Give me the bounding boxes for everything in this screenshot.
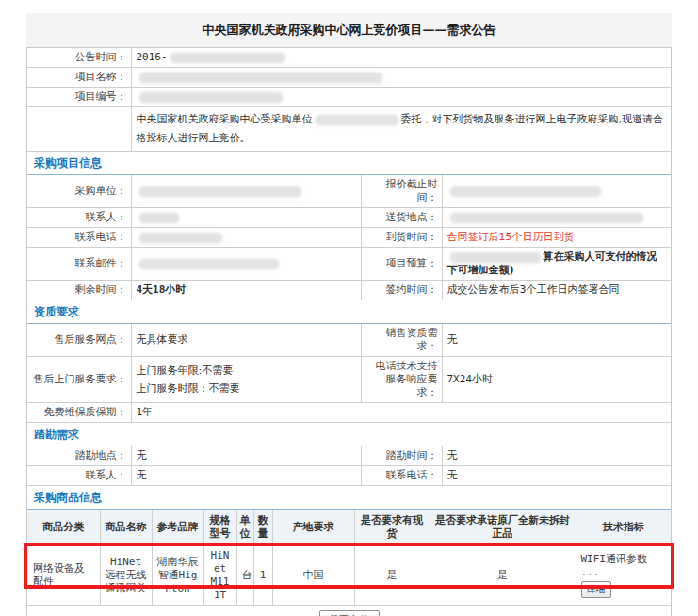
page-title: 中央国家机关政府采购中心网上竞价项目——需求公告 xyxy=(26,13,672,47)
col-brand-new: 是否要求承诺原厂全新未拆封正品 xyxy=(430,510,576,545)
section-title-survey: 踏勘需求 xyxy=(27,422,671,446)
project-name-label: 项目名称： xyxy=(27,68,131,88)
remaining-time-label: 剩余时间： xyxy=(27,281,131,300)
redacted-text xyxy=(139,92,283,103)
table-row: 联系人： 送货地点： xyxy=(27,208,671,228)
empty-label xyxy=(27,107,131,152)
redacted-text xyxy=(450,186,601,197)
table-row: 踏勘地点： 无 踏勘时间： 无 xyxy=(27,446,671,466)
demand-announcement-page: 中央国家机关政府采购中心网上竞价项目——需求公告 公告时间： 2016- 项目名… xyxy=(0,13,698,616)
sign-time-label: 签约时间： xyxy=(361,281,442,300)
product-quantity: 1 xyxy=(253,545,272,605)
sales-qualification-label: 销售资质需求： xyxy=(361,324,442,357)
survey-phone-value: 无 xyxy=(442,466,671,486)
col-tech-spec: 技术指标 xyxy=(576,510,671,545)
section-title-qualification: 资质要求 xyxy=(27,300,671,324)
product-row: 网络设备及配件 HiNet远程无线通讯网关 湖南华辰智通Hignton HiNe… xyxy=(27,545,671,605)
col-model: 规格型号 xyxy=(203,510,236,545)
phone-support-label: 电话技术支持服务响应要求： xyxy=(361,357,442,403)
product-model: HiNet M111T xyxy=(203,545,236,605)
section-title-project-info: 采购项目信息 xyxy=(27,151,671,175)
bid-button[interactable]: 我要竞价 xyxy=(319,610,380,616)
service-outlet-label: 售后服务网点： xyxy=(27,324,131,357)
table-row: 免费维保质保期： 1年 xyxy=(27,403,671,423)
email-label: 联系邮件： xyxy=(27,248,131,281)
section-title-products: 采购商品信息 xyxy=(27,485,671,510)
announcement-table: 公告时间： 2016- 项目名称： 项目编号： 中央国家机关政府采购中心受采购单… xyxy=(27,48,671,151)
redacted-text xyxy=(450,252,541,263)
warranty-label: 免费维保质保期： xyxy=(27,403,131,423)
budget-label: 项目预算： xyxy=(361,248,442,281)
product-category: 网络设备及配件 xyxy=(27,545,100,605)
product-brand: 湖南华辰智通Hignton xyxy=(152,545,203,605)
redacted-text xyxy=(139,233,222,243)
col-quantity: 数量 xyxy=(253,510,272,545)
phone-support-value: 7X24小时 xyxy=(442,357,671,403)
col-origin: 产地要求 xyxy=(272,510,354,545)
bid-button-row: 我要竞价 xyxy=(27,605,671,616)
table-row: 售后服务网点： 无具体要求 销售资质需求： 无 xyxy=(27,324,671,357)
col-category: 商品分类 xyxy=(27,510,100,545)
table-row: 售后上门服务要求： 上门服务年限:不需要上门服务时限：不需要 电话技术支持服务响… xyxy=(27,357,671,403)
col-brand: 参考品牌 xyxy=(152,510,203,545)
onsite-service-value: 上门服务年限:不需要上门服务时限：不需要 xyxy=(131,357,361,403)
product-table-wrap: 商品分类 商品名称 参考品牌 规格型号 单位 数量 产地要求 是否要求有现货 是… xyxy=(27,510,671,605)
budget-value: 算在采购人可支付的情况下可增加金额) xyxy=(442,248,671,281)
product-in-stock: 是 xyxy=(354,545,430,605)
col-in-stock: 是否要求有现货 xyxy=(354,510,430,545)
survey-place-label: 踏勘地点： xyxy=(27,446,131,466)
col-name: 商品名称 xyxy=(100,510,152,545)
entrust-paragraph: 中央国家机关政府采购中心受采购单位委托，对下列货物及服务进行网上电子政府采购,现… xyxy=(131,107,671,152)
redacted-text xyxy=(139,186,301,197)
redacted-text xyxy=(450,213,643,223)
phone-label: 联系电话： xyxy=(27,228,131,248)
deadline-label: 报价截止时间： xyxy=(361,175,442,208)
redacted-text xyxy=(170,53,285,63)
qualification-table: 售后服务网点： 无具体要求 销售资质需求： 无 售后上门服务要求： 上门服务年限… xyxy=(27,324,671,422)
content-frame: 公告时间： 2016- 项目名称： 项目编号： 中央国家机关政府采购中心受采购单… xyxy=(26,47,672,616)
survey-place-value: 无 xyxy=(131,446,361,466)
sales-qualification-value: 无 xyxy=(442,324,671,357)
survey-table: 踏勘地点： 无 踏勘时间： 无 联系人： 无 联系电话： 无 xyxy=(27,446,671,485)
detail-button[interactable]: 详细 xyxy=(581,581,611,598)
product-table: 商品分类 商品名称 参考品牌 规格型号 单位 数量 产地要求 是否要求有现货 是… xyxy=(27,510,671,605)
redacted-text xyxy=(316,115,398,125)
product-name: HiNet远程无线通讯网关 xyxy=(100,545,152,605)
purchaser-label: 采购单位： xyxy=(27,175,131,208)
onsite-service-label: 售后上门服务要求： xyxy=(27,357,131,403)
remaining-time-value: 4天18小时 xyxy=(131,281,361,300)
table-row: 项目编号： xyxy=(27,88,671,107)
sign-time-value: 成交公告发布后3个工作日内签署合同 xyxy=(442,281,671,300)
product-header-row: 商品分类 商品名称 参考品牌 规格型号 单位 数量 产地要求 是否要求有现货 是… xyxy=(27,510,671,545)
contact-label: 联系人： xyxy=(27,208,131,228)
product-brand-new: 是 xyxy=(430,545,576,605)
redacted-text xyxy=(139,259,279,269)
table-row: 联系邮件： 项目预算： 算在采购人可支付的情况下可增加金额) xyxy=(27,248,671,281)
table-row: 中央国家机关政府采购中心受采购单位委托，对下列货物及服务进行网上电子政府采购,现… xyxy=(27,107,671,152)
arrival-time-value: 合同签订后15个日历日到货 xyxy=(442,228,671,248)
table-row: 剩余时间： 4天18小时 签约时间： 成交公告发布后3个工作日内签署合同 xyxy=(27,281,671,300)
announce-time-value: 2016- xyxy=(137,51,168,63)
project-info-table: 采购单位： 报价截止时间： 联系人： 送货地点： 联系电话： 到货时间： 合同签… xyxy=(27,175,671,300)
survey-contact-value: 无 xyxy=(131,466,361,486)
redacted-text xyxy=(139,73,382,83)
table-row: 项目名称： xyxy=(27,68,671,88)
survey-phone-label: 联系电话： xyxy=(361,466,442,486)
table-row: 联系人： 无 联系电话： 无 xyxy=(27,466,671,486)
survey-time-label: 踏勘时间： xyxy=(361,446,442,466)
warranty-value: 1年 xyxy=(131,403,671,423)
announce-time-label: 公告时间： xyxy=(27,48,131,68)
product-unit: 台 xyxy=(236,545,253,605)
project-number-label: 项目编号： xyxy=(27,88,131,107)
table-row: 公告时间： 2016- xyxy=(27,48,671,68)
delivery-place-label: 送货地点： xyxy=(361,208,442,228)
col-unit: 单位 xyxy=(236,510,253,545)
product-origin: 中国 xyxy=(272,545,354,605)
product-tech-spec: WIFI通讯参数 ... 详细 xyxy=(576,545,671,605)
table-row: 联系电话： 到货时间： 合同签订后15个日历日到货 xyxy=(27,228,671,248)
survey-contact-label: 联系人： xyxy=(27,466,131,486)
service-outlet-value: 无具体要求 xyxy=(131,324,361,357)
redacted-text xyxy=(139,213,179,223)
arrival-time-label: 到货时间： xyxy=(361,228,442,248)
survey-time-value: 无 xyxy=(442,446,671,466)
